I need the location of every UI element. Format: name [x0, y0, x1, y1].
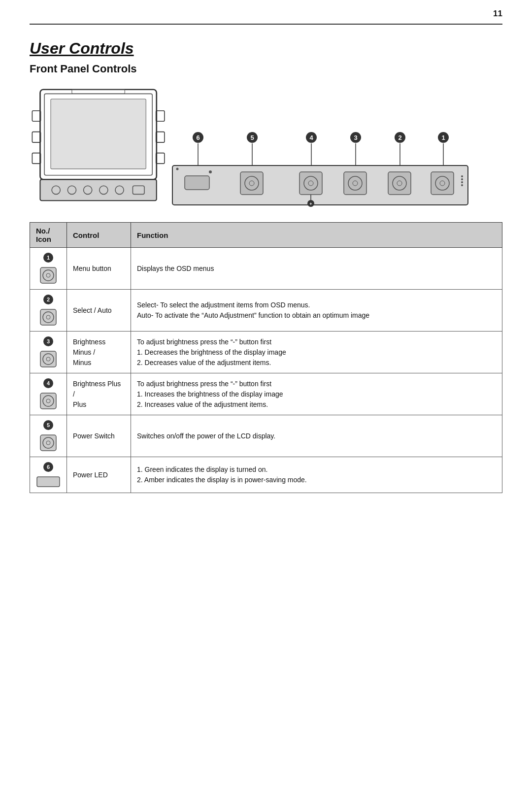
button-icon-1: [39, 266, 57, 284]
row-num-1: 1: [43, 253, 53, 263]
svg-rect-4: [32, 132, 40, 142]
row-control-5: Power Switch: [67, 415, 131, 457]
row-control-2: Select / Auto: [67, 290, 131, 332]
svg-point-59: [461, 184, 463, 186]
button-icon-6: [36, 476, 61, 488]
row-num-3: 3: [43, 336, 53, 346]
monitor-illustration: [30, 84, 172, 207]
page-header: 11: [30, 0, 502, 25]
page-number: 11: [493, 9, 502, 19]
row-function-1: Displays the OSD menus: [131, 248, 502, 290]
svg-rect-2: [51, 99, 146, 169]
table-row: 1 Menu button Displays the OSD menus: [30, 248, 502, 290]
diagram-area: 6 5 4 3 2 1: [30, 84, 502, 207]
svg-text:1: 1: [441, 134, 445, 141]
table-row: 3 Brightness Minus /Minus To adjust brig…: [30, 332, 502, 373]
svg-point-58: [461, 181, 463, 183]
svg-point-37: [209, 170, 212, 173]
svg-rect-38: [240, 172, 263, 195]
col-header-num: No./ Icon: [30, 223, 67, 248]
row-num-icon: 1: [30, 248, 67, 290]
table-row: 4 Brightness Plus /Plus To adjust bright…: [30, 373, 502, 415]
svg-rect-5: [32, 153, 40, 164]
svg-rect-47: [344, 172, 366, 195]
table-row: 2 Select / Auto Select- To select the ad…: [30, 290, 502, 332]
panel-diagram: 6 5 4 3 2 1: [167, 129, 502, 207]
svg-text:4: 4: [309, 134, 313, 141]
svg-point-57: [461, 178, 463, 180]
row-num-2: 2: [43, 295, 53, 304]
button-icon-3: [39, 350, 57, 368]
svg-rect-41: [299, 172, 322, 195]
table-row: 5 Power Switch Switches on/off the power…: [30, 415, 502, 457]
row-num-icon: 3: [30, 332, 67, 373]
svg-point-60: [176, 168, 179, 170]
svg-rect-7: [156, 132, 165, 142]
svg-text:5: 5: [250, 134, 254, 141]
table-row: 6 Power LED 1. Green indicates the displ…: [30, 457, 502, 493]
svg-text:+: +: [309, 201, 312, 206]
svg-point-56: [461, 175, 463, 177]
button-icon-5: [39, 434, 57, 452]
section-title: Front Panel Controls: [30, 63, 502, 75]
col-header-control: Control: [67, 223, 131, 248]
button-icon-2: [39, 308, 57, 326]
row-num-icon: 6: [30, 457, 67, 493]
row-num-5: 5: [43, 420, 53, 430]
col-header-function: Function: [131, 223, 502, 248]
row-function-5: Switches on/off the power of the LCD dis…: [131, 415, 502, 457]
row-function-2: Select- To select the adjustment items f…: [131, 290, 502, 332]
svg-rect-53: [431, 172, 454, 195]
svg-text:3: 3: [354, 134, 357, 141]
svg-rect-6: [156, 111, 165, 121]
svg-rect-3: [32, 111, 40, 121]
svg-text:6: 6: [196, 134, 200, 141]
row-control-4: Brightness Plus /Plus: [67, 373, 131, 415]
page-title: User Controls: [30, 39, 502, 58]
button-icon-4: [39, 392, 57, 410]
svg-rect-8: [156, 153, 165, 164]
svg-rect-10: [40, 179, 156, 200]
row-control-1: Menu button: [67, 248, 131, 290]
svg-rect-50: [388, 172, 411, 195]
row-num-4: 4: [43, 378, 53, 388]
row-control-6: Power LED: [67, 457, 131, 493]
row-function-4: To adjust brightness press the “-” butto…: [131, 373, 502, 415]
row-function-6: 1. Green indicates the display is turned…: [131, 457, 502, 493]
row-num-icon: 5: [30, 415, 67, 457]
svg-rect-76: [37, 477, 60, 487]
row-num-icon: 2: [30, 290, 67, 332]
svg-rect-36: [185, 176, 209, 190]
row-control-3: Brightness Minus /Minus: [67, 332, 131, 373]
row-num-6: 6: [43, 462, 53, 472]
controls-table: No./ Icon Control Function 1 Menu button…: [30, 222, 502, 493]
svg-text:2: 2: [398, 134, 401, 141]
row-function-3: To adjust brightness press the “-” butto…: [131, 332, 502, 373]
row-num-icon: 4: [30, 373, 67, 415]
